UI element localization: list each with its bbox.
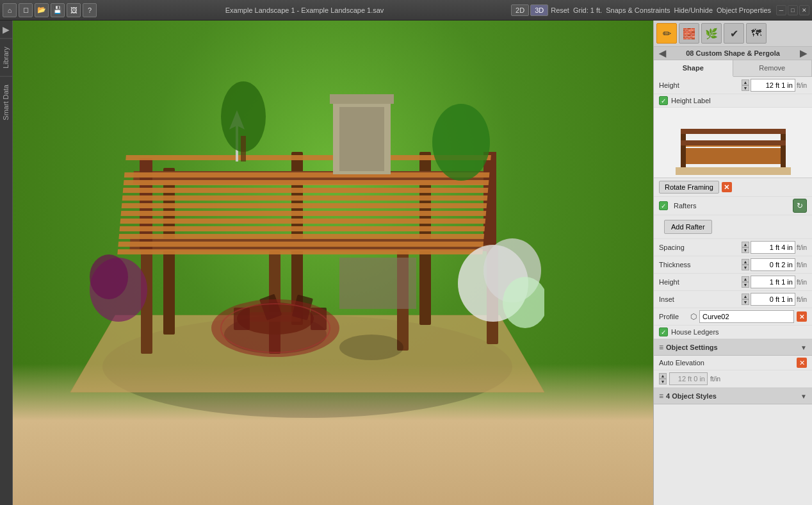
svg-rect-15 xyxy=(124,172,490,178)
toolbar-icons: ⌂ ◻ 📂 💾 🖼 ? xyxy=(3,3,97,17)
auto-elev-down[interactable]: ▼ xyxy=(659,379,667,385)
object-settings-chevron: ▼ xyxy=(800,344,807,351)
height-down[interactable]: ▼ xyxy=(742,85,749,91)
height2-label: Height xyxy=(659,278,742,286)
spacing-down[interactable]: ▼ xyxy=(742,247,749,253)
auto-elevation-x-button[interactable]: ✕ xyxy=(797,358,807,368)
height-label: Height xyxy=(659,81,742,89)
rotate-framing-button[interactable]: Rotate Framing xyxy=(659,181,719,194)
auto-elevation-unit: ft/in xyxy=(710,376,720,383)
object-settings-label: Object Settings xyxy=(666,344,800,351)
right-panel-toolbar: ✏ 🧱 🌿 ✔ 🗺 xyxy=(654,21,812,47)
toolbar-actions: Reset Grid: 1 ft. Snaps & Constraints Hi… xyxy=(551,6,771,14)
reset-button[interactable]: Reset xyxy=(551,6,569,14)
plant-icon[interactable]: 🌿 xyxy=(701,23,722,44)
close-button[interactable]: ✕ xyxy=(799,5,809,15)
tab-shape[interactable]: Shape xyxy=(654,60,733,77)
rafters-refresh-button[interactable]: ↻ xyxy=(793,199,807,213)
svg-rect-22 xyxy=(119,226,485,231)
thickness-up[interactable]: ▲ xyxy=(742,259,749,265)
add-rafter-container: Add Rafter xyxy=(654,215,812,239)
object-styles-label: 4 Object Styles xyxy=(666,392,800,400)
spacing-value-group: ▲ ▼ ft/in xyxy=(742,241,807,254)
image-icon[interactable]: 🖼 xyxy=(67,3,81,17)
svg-rect-25 xyxy=(117,249,483,254)
auto-elevation-label: Auto Elevation xyxy=(659,359,794,367)
spacing-input[interactable] xyxy=(751,241,795,254)
rafters-label: Rafters xyxy=(674,202,696,210)
height2-up[interactable]: ▲ xyxy=(742,276,749,282)
inset-input[interactable] xyxy=(751,293,795,306)
preview-svg xyxy=(676,111,791,175)
spacing-unit: ft/in xyxy=(797,244,807,251)
section-title: 08 Custom Shape & Pergola xyxy=(669,49,797,57)
rafters-checkbox[interactable]: ✓ xyxy=(659,201,668,210)
svg-rect-21 xyxy=(120,219,486,224)
height-label-text: Height Label xyxy=(671,97,711,104)
rotate-framing-close[interactable]: ✕ xyxy=(722,182,732,192)
svg-rect-16 xyxy=(124,180,489,185)
house-ledgers-checkbox[interactable]: ✓ xyxy=(659,327,668,336)
height-input[interactable] xyxy=(751,79,795,92)
svg-rect-23 xyxy=(118,234,484,239)
map-icon[interactable]: 🗺 xyxy=(746,23,767,44)
thickness-input[interactable] xyxy=(751,258,795,271)
svg-rect-28 xyxy=(339,107,384,171)
spacing-up[interactable]: ▲ xyxy=(742,242,749,247)
nav-next-arrow[interactable]: ▶ xyxy=(797,48,809,58)
grid-button[interactable]: Grid: 1 ft. xyxy=(573,6,602,14)
thickness-down[interactable]: ▼ xyxy=(742,265,749,270)
hide-unhide-button[interactable]: Hide/Unhide xyxy=(674,6,713,14)
height2-down[interactable]: ▼ xyxy=(742,282,749,288)
snaps-button[interactable]: Snaps & Constraints xyxy=(606,6,670,14)
auto-elevation-spinner[interactable]: ▲ ▼ xyxy=(659,373,667,385)
svg-rect-53 xyxy=(682,158,784,161)
height2-input[interactable] xyxy=(751,276,795,288)
height-label-checkbox[interactable]: ✓ xyxy=(659,96,668,105)
height-property-row: Height ▲ ▼ ft/in xyxy=(654,77,812,94)
save-icon[interactable]: 💾 xyxy=(51,3,65,17)
tab-remove[interactable]: Remove xyxy=(733,60,813,76)
spacing-spinner[interactable]: ▲ ▼ xyxy=(742,242,749,253)
nav-prev-arrow[interactable]: ◀ xyxy=(656,48,669,58)
help-icon[interactable]: ? xyxy=(83,3,97,17)
height-label-check-row: ✓ Height Label xyxy=(654,94,812,108)
svg-rect-19 xyxy=(122,203,487,208)
3d-button[interactable]: 3D xyxy=(530,4,548,16)
height2-spinner[interactable]: ▲ ▼ xyxy=(742,276,749,288)
pencil-icon[interactable]: ✏ xyxy=(656,23,677,44)
add-rafter-button[interactable]: Add Rafter xyxy=(664,220,712,234)
2d-button[interactable]: 2D xyxy=(511,4,529,16)
check-icon[interactable]: ✔ xyxy=(724,23,744,44)
height2-property-row: Height ▲ ▼ ft/in xyxy=(654,274,812,291)
svg-rect-50 xyxy=(682,148,784,151)
minimize-button[interactable]: ─ xyxy=(776,5,786,15)
inset-up[interactable]: ▲ xyxy=(742,294,749,299)
thickness-spinner[interactable]: ▲ ▼ xyxy=(742,259,749,270)
brick-icon[interactable]: 🧱 xyxy=(679,23,699,44)
object-styles-header[interactable]: ≡ 4 Object Styles ▼ xyxy=(654,388,812,404)
svg-rect-30 xyxy=(339,258,416,309)
sidebar-item-smart-data[interactable]: Smart Data xyxy=(0,76,12,128)
auto-elev-up[interactable]: ▲ xyxy=(659,373,667,379)
object-preview xyxy=(654,108,812,178)
profile-clear-button[interactable]: ✕ xyxy=(797,311,807,322)
object-properties-button[interactable]: Object Properties xyxy=(717,6,771,14)
inset-down[interactable]: ▼ xyxy=(742,299,749,305)
thickness-unit: ft/in xyxy=(797,261,807,269)
sidebar-item-library[interactable]: Library xyxy=(0,38,12,76)
object-styles-chevron: ▼ xyxy=(800,393,807,400)
object-settings-header[interactable]: ≡ Object Settings ▼ xyxy=(654,339,812,356)
maximize-button[interactable]: □ xyxy=(788,5,798,15)
new-icon[interactable]: ◻ xyxy=(19,3,33,17)
home-icon[interactable]: ⌂ xyxy=(3,3,17,17)
height-up[interactable]: ▲ xyxy=(742,79,749,85)
profile-input[interactable] xyxy=(699,310,794,323)
sidebar-collapse-arrow[interactable]: ▶ xyxy=(0,21,12,38)
title-bar: ⌂ ◻ 📂 💾 🖼 ? Example Landscape 1 - Exampl… xyxy=(0,0,812,21)
height-spinner[interactable]: ▲ ▼ xyxy=(742,79,749,91)
inset-spinner[interactable]: ▲ ▼ xyxy=(742,294,749,305)
window-title: Example Landscape 1 - Example Landscape … xyxy=(101,6,508,14)
open-icon[interactable]: 📂 xyxy=(35,3,49,17)
canvas-area[interactable] xyxy=(13,21,653,505)
